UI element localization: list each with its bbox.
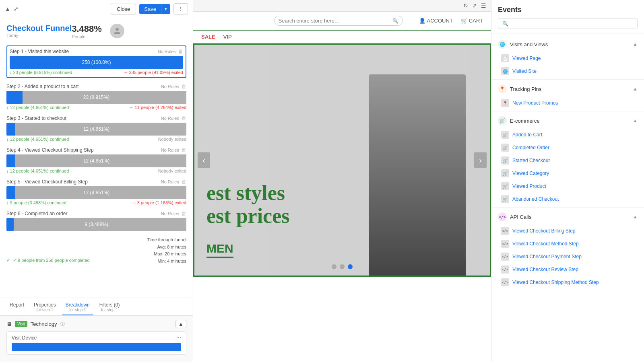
- pin-icon: 📍: [498, 84, 507, 93]
- avg-time: Avg: 8 minutes: [147, 244, 186, 251]
- step-5-continued: ↓ 9 people (3.488%) continued: [6, 200, 66, 205]
- refresh-button[interactable]: ↻: [463, 2, 468, 9]
- account-nav[interactable]: 👤 ACCOUNT: [419, 18, 453, 24]
- more-icon[interactable]: ⋯: [176, 335, 181, 341]
- event-checkout-payment[interactable]: </> Viewed Checkout Payment Step: [491, 250, 644, 263]
- check-icon: ✓: [6, 257, 10, 263]
- visits-chevron: ▲: [633, 41, 638, 47]
- api-shipping-icon: </>: [501, 278, 509, 286]
- viewed-product-icon: 🛒: [501, 182, 509, 190]
- tab-breakdown[interactable]: Breakdown for step 1: [62, 298, 93, 315]
- step-4-delete[interactable]: 🗑: [182, 147, 186, 153]
- event-checkout-method[interactable]: </> Viewed Checkout Method Step: [491, 237, 644, 250]
- events-search-input[interactable]: [511, 21, 633, 27]
- event-abandoned-checkout[interactable]: 🛒 Abandoned Checkout: [491, 193, 644, 206]
- carousel-prev-button[interactable]: ‹: [198, 152, 210, 168]
- close-button[interactable]: Close: [111, 4, 136, 14]
- section-ecommerce[interactable]: 🛒 E-commerce ▲: [491, 113, 644, 128]
- event-viewed-category[interactable]: 🛒 Viewed Category: [491, 167, 644, 180]
- event-viewed-product[interactable]: 🛒 Viewed Product: [491, 180, 644, 193]
- event-checkout-review[interactable]: </> Viewed Checkout Review Step: [491, 263, 644, 276]
- info-icon[interactable]: ⓘ: [60, 321, 65, 327]
- search-input[interactable]: [279, 18, 390, 24]
- step-4-container[interactable]: Step 4 - Viewed Checkout Shipping Step N…: [6, 147, 186, 173]
- step-5-container[interactable]: Step 5 - Viewed Checkout Billing Step No…: [6, 179, 186, 205]
- pointer-icon[interactable]: ⤢: [14, 6, 19, 12]
- nav-search[interactable]: 🔍: [274, 16, 403, 26]
- tab-properties[interactable]: Properties for step 1: [31, 298, 59, 315]
- checkout-shipping-label: Viewed Checkout Shipping Method Step: [512, 280, 599, 285]
- step-3-count: 12 (4.651%): [83, 126, 109, 132]
- more-options-button[interactable]: ⋮: [173, 3, 188, 14]
- step-2-container[interactable]: Step 2 - Added a product to a cart No Ru…: [6, 84, 186, 110]
- breakdown-panel: 🖥 Visit Technology ⓘ ▲ Visit Device ⋯: [0, 315, 193, 362]
- step-3-container[interactable]: Step 3 - Started to checkout No Rules 🗑 …: [6, 115, 186, 142]
- new-promos-label: New Product Promos: [512, 100, 558, 106]
- up-arrow-icon[interactable]: ▲: [5, 6, 10, 12]
- step-1-container[interactable]: Step 1 - Visited this website No Rules 🗑…: [6, 45, 186, 78]
- toolbar: ▲ ⤢ Close Save ▾ ⋮: [0, 0, 193, 18]
- event-checkout-billing[interactable]: </> Viewed Checkout Billing Step: [491, 224, 644, 237]
- step-1-continued: ↓ 23 people (8.915%) continued: [10, 70, 72, 75]
- step-5-delete[interactable]: 🗑: [182, 179, 186, 185]
- step-2-name: Step 2 - Added a product to a cart: [6, 84, 78, 89]
- men-label: MEN: [206, 242, 233, 255]
- site-header: 🔍 👤 ACCOUNT 🛒 CART: [193, 12, 491, 31]
- carousel-dots: [332, 264, 353, 269]
- funnel-rate: 3.488%: [72, 24, 102, 34]
- section-tracking[interactable]: 📍 Tracking Pins ▲: [491, 81, 644, 97]
- event-visited-site[interactable]: 🌐 Visited Site: [491, 65, 644, 78]
- funnel-people-label: People: [72, 34, 107, 39]
- breakdown-title: 🖥 Visit Technology ⓘ: [6, 321, 65, 327]
- step-3-delete[interactable]: 🗑: [182, 115, 186, 121]
- event-checkout-shipping[interactable]: </> Viewed Checkout Shipping Method Step: [491, 276, 644, 289]
- step-6-delete[interactable]: 🗑: [182, 211, 186, 216]
- event-added-to-cart[interactable]: 🛒 Added to Cart: [491, 128, 644, 141]
- dot-3[interactable]: [348, 264, 353, 269]
- event-started-checkout[interactable]: 🛒 Started Checkout: [491, 154, 644, 167]
- api-section-title: API Calls: [510, 214, 531, 220]
- section-visits[interactable]: 🌐 Visits and Views ▲: [491, 37, 644, 52]
- step-6-container[interactable]: Step 6 - Completed an order No Rules 🗑 9…: [6, 211, 186, 231]
- carousel-next-button[interactable]: ›: [474, 152, 487, 168]
- tab-report[interactable]: Report: [6, 298, 27, 315]
- ecommerce-chevron: ▲: [633, 118, 638, 123]
- step-1-count: 258 (100.0%): [82, 60, 111, 65]
- collapse-button[interactable]: ▲: [175, 320, 186, 328]
- sale-menu-item[interactable]: SALE: [201, 34, 215, 40]
- step-2-bar: 23 (8.915%): [6, 91, 186, 104]
- cart-icon: 🛒: [461, 18, 467, 24]
- events-search-bar[interactable]: 🔍: [498, 18, 638, 29]
- dot-1[interactable]: [332, 264, 336, 269]
- step-3-name: Step 3 - Started to checkout: [6, 115, 66, 121]
- step-2-continued: ↓ 12 people (4.651%) continued: [6, 105, 69, 110]
- step-2-delete[interactable]: 🗑: [182, 84, 186, 89]
- tab-filters[interactable]: Filters (0) for step 1: [96, 298, 123, 315]
- ecommerce-section-title: E-commerce: [510, 118, 540, 124]
- cart-nav[interactable]: 🛒 CART: [461, 18, 483, 24]
- browser-chrome: ↻ ↗ ☰: [193, 0, 491, 12]
- section-api[interactable]: </> API Calls ▲: [491, 209, 644, 224]
- left-panel: ▲ ⤢ Close Save ▾ ⋮ Checkout Funnel Today…: [0, 0, 193, 362]
- api-icon: </>: [498, 212, 507, 221]
- step-2-count: 23 (8.915%): [83, 95, 109, 100]
- dot-2[interactable]: [340, 264, 345, 269]
- event-completed-order[interactable]: 🛒 Completed Order: [491, 141, 644, 154]
- external-link-button[interactable]: ↗: [472, 2, 477, 9]
- funnel-header: Checkout Funnel Today 3.488% People: [6, 24, 186, 39]
- list-view-button[interactable]: ☰: [481, 2, 486, 9]
- time-info: Time through funnel Avg: 8 minutes Max: …: [147, 237, 186, 265]
- step-6-rules: No Rules 🗑: [161, 211, 186, 216]
- funnel-title: Checkout Funnel: [6, 24, 72, 33]
- save-button[interactable]: Save: [139, 4, 161, 14]
- step-1-delete[interactable]: 🗑: [178, 49, 183, 54]
- event-viewed-page[interactable]: 📄 Viewed Page: [491, 52, 644, 65]
- vip-menu-item[interactable]: VIP: [223, 34, 232, 40]
- event-new-promos[interactable]: 📍 New Product Promos: [491, 97, 644, 109]
- hero-figure: [369, 74, 466, 276]
- site-menu: SALE VIP: [193, 31, 491, 43]
- checkout-payment-label: Viewed Checkout Payment Step: [512, 254, 582, 259]
- page-icon: 📄: [501, 54, 509, 62]
- visit-badge: Visit: [15, 321, 27, 327]
- save-dropdown-button[interactable]: ▾: [161, 4, 170, 14]
